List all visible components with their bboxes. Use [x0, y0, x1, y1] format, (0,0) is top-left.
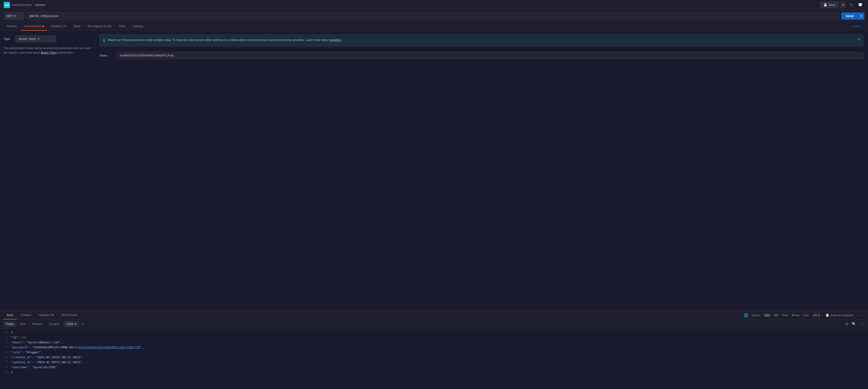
line-number: 8	[0, 365, 11, 369]
tab-pre-request[interactable]: Pre-request Script	[85, 22, 115, 31]
tab-headers[interactable]: Headers (7)	[48, 22, 70, 31]
json-plain: :	[29, 365, 32, 369]
token-label: Token	[99, 54, 113, 57]
json-link[interactable]: U7gulhOFmhztGccQgOxN25i1XkrJlBGtTZS	[78, 346, 140, 349]
method-value: GET	[6, 14, 13, 18]
breadcrumb-separator: /	[33, 3, 34, 6]
format-raw-button[interactable]: Raw	[18, 321, 28, 327]
send-label: Send	[846, 14, 854, 18]
response-tab-test-results[interactable]: Test Results	[58, 311, 81, 319]
json-string: "$2b$10$xEMFjd7xfN0N.8QrJ/	[32, 346, 78, 349]
line-number: 4	[0, 346, 11, 349]
tab-settings[interactable]: Settings	[129, 22, 147, 31]
line-content: "id": 12,	[11, 336, 868, 339]
response-tab-body[interactable]: Body	[4, 311, 17, 319]
filter-icon[interactable]: ≡	[82, 322, 84, 326]
auth-description: The authorization header will be automat…	[4, 46, 91, 55]
json-label: JSON	[66, 323, 73, 326]
method-select[interactable]: GET ▾	[4, 12, 24, 20]
type-select[interactable]: Bearer Token ▾	[16, 35, 56, 42]
send-dropdown-button[interactable]: ▾	[858, 12, 864, 20]
json-key: "role"	[11, 351, 22, 354]
code-line: 2 "id": 12,	[0, 335, 868, 340]
tab-params[interactable]: Params	[4, 22, 20, 31]
response-tab-cookies[interactable]: Cookies	[18, 311, 35, 319]
url-input[interactable]	[26, 12, 839, 20]
json-plain: ,	[25, 336, 27, 339]
tab-cookies[interactable]: Cookies	[847, 22, 864, 31]
bearer-token-link[interactable]: Bearer Token	[41, 51, 57, 54]
breadcrumb: AuthBoilerplate / session	[12, 3, 45, 6]
json-plain: :	[18, 336, 22, 339]
token-input[interactable]	[117, 52, 864, 59]
breadcrumb-parent[interactable]: AuthBoilerplate	[12, 3, 32, 6]
line-content: "created_at": "2024-02-29T21:08:21.581Z"…	[11, 356, 868, 359]
method-dropdown-icon: ▾	[14, 14, 16, 18]
json-key: "email"	[11, 340, 23, 344]
variables-link[interactable]: variables	[330, 38, 341, 41]
edit-icon-button[interactable]: ✎	[848, 2, 855, 8]
line-content: "updated_at": "2024-02-29T21:08:21.581Z"…	[11, 360, 868, 364]
json-brace: {	[11, 331, 13, 334]
tab-authorization[interactable]: Authorization	[21, 22, 47, 31]
json-plain: :	[29, 346, 32, 349]
left-panel: Type Bearer Token ▾ The authorization he…	[0, 31, 95, 310]
save-button[interactable]: 💾 Save	[820, 2, 839, 8]
json-plain: ,	[41, 351, 43, 354]
line-content: "password": "$2b$10$xEMFjd7xfN0N.8QrJ/U7…	[11, 346, 868, 349]
line-content: {	[11, 331, 868, 334]
json-plain: :	[23, 340, 27, 344]
copy-button[interactable]: ⧉	[845, 321, 849, 327]
json-plain: ,	[82, 360, 84, 364]
send-button[interactable]: Send	[841, 12, 858, 20]
size-value: 502 B	[813, 314, 820, 317]
save-icon: 💾	[824, 3, 827, 6]
info-text: Heads up! These parameters hold sensitiv…	[107, 38, 343, 42]
info-banner: ℹ Heads up! These parameters hold sensit…	[99, 34, 864, 47]
info-close-button[interactable]: ✕	[858, 37, 861, 41]
fullscreen-button[interactable]: ⛶	[859, 321, 864, 327]
comment-icon-button[interactable]: 💬	[856, 2, 864, 8]
time-value: 64 ms	[792, 314, 800, 317]
top-half: Type Bearer Token ▾ The authorization he…	[0, 31, 868, 310]
tab-tests[interactable]: Tests	[116, 22, 129, 31]
response-tab-headers[interactable]: Headers (8)	[35, 311, 57, 319]
format-pretty-button[interactable]: Pretty	[4, 321, 16, 327]
json-key: "password"	[11, 346, 29, 349]
breadcrumb-current: session	[35, 3, 45, 6]
token-row: Token	[99, 52, 864, 59]
code-line: 7 "updated_at": "2024-02-29T21:08:21.581…	[0, 360, 868, 365]
json-brace: }	[11, 370, 13, 374]
type-label: Type	[4, 37, 13, 40]
response-meta: 🌐 Status: 200 OK Time: 64 ms Size: 502 B…	[744, 313, 864, 318]
code-line: 9}	[0, 370, 868, 375]
type-value: Bearer Token	[19, 37, 36, 40]
line-number: 5	[0, 351, 11, 354]
app-logo: AB	[4, 2, 10, 8]
time-label: Time:	[782, 314, 788, 317]
json-plain: :	[32, 360, 36, 364]
more-options-button[interactable]: ⋯	[859, 313, 864, 318]
json-select[interactable]: JSON ▾	[64, 321, 79, 327]
status-label: Status:	[752, 314, 760, 317]
format-preview-button[interactable]: Preview	[30, 321, 45, 327]
json-key: "updated_at"	[11, 360, 32, 364]
code-line: 1{	[0, 330, 868, 335]
globe-icon: 🌐	[744, 313, 748, 317]
format-visualize-button[interactable]: Visualize	[46, 321, 62, 327]
right-panel: ℹ Heads up! These parameters hold sensit…	[95, 31, 868, 310]
code-line: 3 "email": "myvalid@email.com",	[0, 340, 868, 346]
line-number: 1	[0, 331, 11, 334]
save-as-example-button[interactable]: 📋 Save as example	[824, 313, 855, 317]
line-content: "username": "myvalidizTER"	[11, 365, 868, 369]
tab-body[interactable]: Body	[70, 22, 84, 31]
type-row: Type Bearer Token ▾	[4, 35, 91, 42]
json-key: "created_at"	[11, 356, 32, 359]
info-icon: ℹ	[103, 38, 105, 43]
save-dropdown-button[interactable]: ▾	[840, 2, 846, 8]
authorization-dot	[42, 26, 44, 27]
json-key: "id"	[11, 336, 18, 339]
line-number: 7	[0, 360, 11, 364]
status-text: OK	[774, 314, 778, 317]
search-button[interactable]: 🔍	[851, 321, 857, 327]
